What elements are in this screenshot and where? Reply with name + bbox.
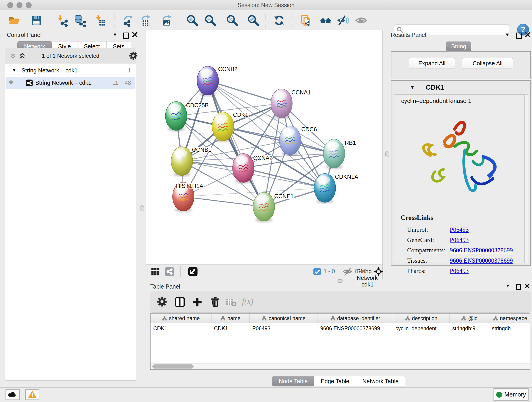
edge-CCNB2-CCNE1[interactable]	[208, 81, 264, 207]
warning-icon	[28, 390, 37, 399]
tab-network-table[interactable]: Network Table	[356, 376, 405, 386]
cell-database-identifier[interactable]: 9606.ENSP00000378699	[317, 323, 393, 333]
open-external-icon[interactable]	[188, 266, 198, 277]
network-tree: ▼ String Network – cdk1 1 String Network…	[5, 64, 136, 380]
toolbar-export-table-button[interactable]	[139, 13, 152, 27]
node-CCNE1[interactable]	[253, 192, 275, 222]
toolbar-zoom-fit-button[interactable]	[225, 13, 239, 27]
hidden-eye-icon[interactable]	[342, 266, 353, 277]
table-toolbar-add-button[interactable]	[191, 296, 203, 308]
left-splitter-handle[interactable]	[140, 205, 144, 211]
results-scrollbar[interactable]	[525, 95, 528, 263]
table-panel-menu-icon[interactable]: ▼	[506, 284, 513, 291]
table-toolbar-gear-button[interactable]	[157, 296, 168, 308]
node-CCNB2[interactable]	[197, 66, 219, 96]
column-header-@id[interactable]: @id	[450, 313, 489, 323]
results-panel-close-icon[interactable]	[525, 32, 532, 38]
table-panel-float-icon[interactable]	[516, 284, 523, 291]
column-header-namespace[interactable]: namespace	[489, 313, 531, 323]
node-CDC25B[interactable]	[165, 102, 187, 132]
toolbar-zoom-out-button[interactable]	[203, 13, 217, 27]
cloud-status-button[interactable]	[6, 389, 20, 400]
control-panel-close-icon[interactable]	[132, 32, 139, 38]
cdk1-collapse-icon[interactable]: ▼	[410, 85, 415, 90]
cell-description[interactable]: cyclin–dependent ...	[393, 323, 450, 333]
toolbar-hide-selected-button[interactable]	[336, 13, 349, 27]
toolbar-export-network-button[interactable]	[121, 13, 135, 27]
table-toolbar-trash-button[interactable]	[209, 296, 221, 308]
toolbar-zoom-in-button[interactable]	[185, 13, 199, 27]
warnings-button[interactable]	[25, 389, 39, 400]
node-label-HIST1H1A: HIST1H1A	[176, 183, 203, 189]
import-table-icon	[94, 14, 107, 27]
horizontal-splitter-handle[interactable]	[337, 279, 343, 283]
node-table[interactable]: shared namenamecanonical namedatabase id…	[150, 313, 530, 370]
node-RB1[interactable]	[323, 139, 345, 169]
crosslink-link[interactable]: 9606.ENSP00000378699	[450, 257, 513, 264]
node-CCNA2[interactable]	[233, 153, 254, 184]
tab-edge-table[interactable]: Edge Table	[314, 376, 356, 386]
toolbar-open-button[interactable]	[7, 13, 21, 27]
cell-shared-name[interactable]: CDK1	[151, 323, 211, 333]
open-icon	[8, 14, 20, 27]
edge-HIST1H1A-CCNE1[interactable]	[183, 197, 264, 207]
control-panel-float-icon[interactable]	[123, 32, 130, 39]
cell-@id[interactable]: stringdb:9...	[450, 323, 489, 333]
cell-name[interactable]: CDK1	[211, 323, 249, 333]
results-tab-string[interactable]: String	[446, 41, 471, 51]
table-row[interactable]: CDK1CDK1P064939606.ENSP00000378699cyclin…	[151, 323, 530, 333]
toolbar-import-table-button[interactable]	[94, 13, 107, 27]
toolbar-save-button[interactable]	[30, 13, 43, 27]
toolbar-import-database-button[interactable]	[73, 13, 87, 27]
fit-selected-crosshair-icon[interactable]	[373, 266, 384, 277]
toolbar-import-network-button[interactable]	[56, 13, 69, 27]
edge-CCNB2-CCNA1[interactable]	[208, 81, 282, 103]
table-horizontal-scrollbar[interactable]	[151, 364, 530, 370]
results-panel-menu-icon[interactable]: ▼	[505, 32, 512, 39]
export-network-icon	[122, 14, 134, 27]
node-label-RB1: RB1	[345, 140, 356, 146]
crosslink-link[interactable]: 9606.ENSP00000378699	[450, 247, 513, 254]
network-canvas[interactable]: CCNB2CCNA1CDC25BCDK1CDC6RB1CCNB1CCNA2CDK…	[146, 30, 383, 264]
toolbar-export-image-button[interactable]	[160, 13, 174, 27]
network-tree-item-row[interactable]: String Network – cdk1 11 48	[6, 77, 135, 89]
node-CCNA1[interactable]	[271, 89, 292, 119]
column-header-name[interactable]: name	[211, 313, 249, 323]
column-header-database-identifier[interactable]: database identifier	[317, 313, 393, 323]
column-header-canonical-name[interactable]: canonical name	[249, 313, 317, 323]
node-label-CDKN1A: CDKN1A	[335, 173, 358, 180]
table-panel-close-icon[interactable]	[525, 283, 532, 290]
scrollbar-thumb[interactable]	[152, 364, 194, 369]
toolbar-clone-network-button[interactable]	[299, 13, 313, 27]
toolbar-zoom-selected-button[interactable]	[246, 13, 260, 27]
cell-canonical-name[interactable]: P06493	[249, 323, 317, 333]
network-overview-icon[interactable]	[164, 266, 175, 277]
memory-button[interactable]: Memory	[494, 388, 529, 401]
table-tabs: Node TableEdge TableNetwork Table	[272, 376, 405, 386]
control-panel-menu-icon[interactable]: ▼	[113, 32, 120, 39]
network-options-gear-icon[interactable]	[129, 51, 138, 61]
network-tree-root-row[interactable]: ▼ String Network – cdk1 1	[6, 64, 135, 77]
cell-namespace[interactable]: stringdb	[489, 323, 531, 333]
toolbar-home-button[interactable]	[319, 13, 332, 27]
column-header-description[interactable]: description	[393, 313, 450, 323]
node-label-CCNA1: CCNA1	[291, 89, 311, 96]
crosslink-link[interactable]: P06493	[450, 236, 469, 244]
collapse-all-button[interactable]: Collapse All	[462, 58, 513, 69]
import-database-icon	[74, 14, 86, 27]
results-panel-float-icon[interactable]	[516, 32, 523, 39]
node-CDKN1A[interactable]	[314, 173, 336, 204]
control-panel-title: Control Panel	[7, 32, 41, 38]
table-toolbar-columns-button[interactable]	[174, 296, 186, 308]
tab-node-table[interactable]: Node Table	[272, 376, 314, 386]
column-header-shared-name[interactable]: shared name	[151, 313, 211, 323]
birds-eye-view-icon[interactable]	[150, 266, 161, 277]
right-splitter-handle[interactable]	[385, 151, 389, 157]
node-CCNB1[interactable]	[171, 147, 193, 177]
toolbar-show-all-button[interactable]	[355, 13, 368, 27]
selected-checkbox-icon[interactable]	[313, 268, 321, 275]
crosslink-link[interactable]: P06493	[450, 268, 469, 274]
expand-all-button[interactable]: Expand All	[409, 58, 455, 69]
toolbar-refresh-button[interactable]	[272, 13, 286, 27]
crosslink-link[interactable]: P06493	[450, 226, 469, 233]
